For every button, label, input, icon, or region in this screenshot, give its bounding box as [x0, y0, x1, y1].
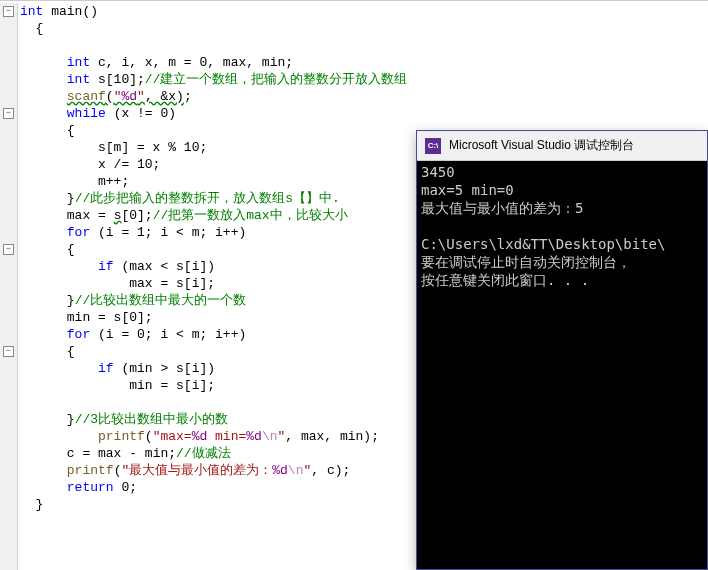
- code-line[interactable]: for (i = 0; i < m; i++): [20, 326, 407, 343]
- console-line: 要在调试停止时自动关闭控制台，: [421, 253, 703, 271]
- code-line[interactable]: max = s[i];: [20, 275, 407, 292]
- code-line[interactable]: if (min > s[i]): [20, 360, 407, 377]
- console-line: C:\Users\lxd&TT\Desktop\bite\: [421, 235, 703, 253]
- console-line: 3450: [421, 163, 703, 181]
- code-area[interactable]: int main() { int c, i, x, m = 0, max, mi…: [20, 3, 407, 513]
- code-line[interactable]: min = s[i];: [20, 377, 407, 394]
- code-line[interactable]: return 0;: [20, 479, 407, 496]
- code-line[interactable]: [20, 37, 407, 54]
- code-line[interactable]: m++;: [20, 173, 407, 190]
- code-line[interactable]: int s[10];//建立一个数组，把输入的整数分开放入数组: [20, 71, 407, 88]
- code-line[interactable]: int main(): [20, 3, 407, 20]
- fold-marker[interactable]: −: [3, 244, 14, 255]
- fold-marker[interactable]: −: [3, 346, 14, 357]
- code-line[interactable]: {: [20, 122, 407, 139]
- code-line[interactable]: x /= 10;: [20, 156, 407, 173]
- code-line[interactable]: max = s[0];//把第一数放入max中，比较大小: [20, 207, 407, 224]
- code-line[interactable]: min = s[0];: [20, 309, 407, 326]
- code-line[interactable]: }//3比较出数组中最小的数: [20, 411, 407, 428]
- code-line[interactable]: while (x != 0): [20, 105, 407, 122]
- code-line[interactable]: [20, 394, 407, 411]
- code-line[interactable]: }: [20, 496, 407, 513]
- code-line[interactable]: {: [20, 241, 407, 258]
- debug-console-window[interactable]: C:\ Microsoft Visual Studio 调试控制台 3450ma…: [416, 130, 708, 570]
- code-line[interactable]: for (i = 1; i < m; i++): [20, 224, 407, 241]
- code-line[interactable]: if (max < s[i]): [20, 258, 407, 275]
- fold-marker[interactable]: −: [3, 6, 14, 17]
- console-line: max=5 min=0: [421, 181, 703, 199]
- console-title-text: Microsoft Visual Studio 调试控制台: [449, 137, 634, 154]
- console-titlebar[interactable]: C:\ Microsoft Visual Studio 调试控制台: [417, 131, 707, 161]
- code-line[interactable]: {: [20, 20, 407, 37]
- vs-icon: C:\: [425, 138, 441, 154]
- code-line[interactable]: s[m] = x % 10;: [20, 139, 407, 156]
- code-line[interactable]: printf("max=%d min=%d\n", max, min);: [20, 428, 407, 445]
- console-output[interactable]: 3450max=5 min=0最大值与最小值的差为：5 C:\Users\lxd…: [417, 161, 707, 291]
- code-line[interactable]: c = max - min;//做减法: [20, 445, 407, 462]
- code-line[interactable]: }//此步把输入的整数拆开，放入数组s【】中.: [20, 190, 407, 207]
- code-line[interactable]: {: [20, 343, 407, 360]
- editor-gutter: −−−−: [0, 3, 18, 570]
- fold-marker[interactable]: −: [3, 108, 14, 119]
- code-line[interactable]: int c, i, x, m = 0, max, min;: [20, 54, 407, 71]
- code-line[interactable]: scanf("%d", &x);: [20, 88, 407, 105]
- code-line[interactable]: printf("最大值与最小值的差为：%d\n", c);: [20, 462, 407, 479]
- console-line: 最大值与最小值的差为：5: [421, 199, 703, 217]
- console-line: [421, 217, 703, 235]
- code-line[interactable]: }//比较出数组中最大的一个数: [20, 292, 407, 309]
- console-line: 按任意键关闭此窗口. . .: [421, 271, 703, 289]
